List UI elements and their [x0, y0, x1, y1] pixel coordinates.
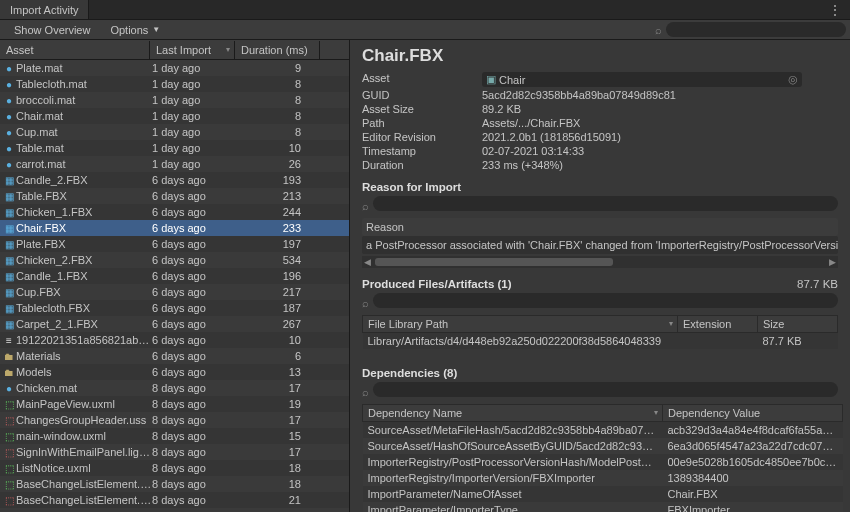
mat-icon: ●	[2, 159, 16, 170]
mat-icon: ●	[2, 63, 16, 74]
table-row[interactable]: 🖿Models6 days ago13	[0, 364, 349, 380]
col-size[interactable]: Size	[758, 316, 838, 333]
table-row[interactable]: ⬚HistoryTabPageView.uxml8 days ago18	[0, 508, 349, 512]
table-row[interactable]: ⬚ListNotice.uxml8 days ago18	[0, 460, 349, 476]
duration: 21	[237, 494, 307, 506]
table-row[interactable]: ▦Table.FBX6 days ago213	[0, 188, 349, 204]
last-import: 6 days ago	[152, 270, 237, 282]
chevron-down-icon: ▼	[152, 25, 160, 34]
table-row[interactable]: ●Chicken.mat8 days ago17	[0, 380, 349, 396]
options-dropdown[interactable]: Options ▼	[100, 22, 170, 38]
table-row[interactable]: 🖿Materials6 days ago6	[0, 348, 349, 364]
last-import: 1 day ago	[152, 94, 237, 106]
table-row[interactable]: ▦Chicken_2.FBX6 days ago534	[0, 252, 349, 268]
mesh-icon: ▦	[2, 175, 16, 186]
horizontal-scrollbar[interactable]: ◀▶	[362, 256, 838, 268]
asset-name: Plate.FBX	[16, 238, 152, 250]
table-row[interactable]: ●Chair.mat1 day ago8	[0, 108, 349, 124]
asset-list-panel: Asset Last Import▾ Duration (ms) ●Plate.…	[0, 40, 350, 512]
table-row[interactable]: ▦Candle_2.FBX6 days ago193	[0, 172, 349, 188]
show-overview-button[interactable]: Show Overview	[4, 22, 100, 38]
table-row[interactable]: ●Cup.mat1 day ago8	[0, 124, 349, 140]
asset-name: Chicken_2.FBX	[16, 254, 152, 266]
file-ext	[678, 333, 758, 350]
reason-search-input[interactable]	[373, 196, 838, 211]
table-row[interactable]: ≡19122021351a856821ab0fec586 days ago10	[0, 332, 349, 348]
table-row[interactable]: ImporterRegistry/ImporterVersion/FBXImpo…	[363, 470, 843, 486]
table-row[interactable]: ImportParameter/ImporterTypeFBXImporter	[363, 502, 843, 512]
table-row[interactable]: ▦Carpet_2_1.FBX6 days ago267	[0, 316, 349, 332]
table-row[interactable]: ⬚MainPageView.uxml8 days ago19	[0, 396, 349, 412]
col-duration[interactable]: Duration (ms)	[235, 41, 320, 59]
table-row[interactable]: SourceAsset/MetaFileHash/5acd2d82c9358bb…	[363, 422, 843, 439]
table-row[interactable]: ●Table.mat1 day ago10	[0, 140, 349, 156]
asset-name: MainPageView.uxml	[16, 398, 152, 410]
scrollbar-thumb[interactable]	[375, 258, 613, 266]
table-row[interactable]: ●carrot.mat1 day ago26	[0, 156, 349, 172]
col-last-import[interactable]: Last Import▾	[150, 41, 235, 59]
editor-revision-label: Editor Revision	[362, 131, 482, 143]
mesh-icon: ▦	[2, 319, 16, 330]
mat-icon: ●	[2, 79, 16, 90]
table-row[interactable]: ⬚SignInWithEmailPanel.light.uss8 days ag…	[0, 444, 349, 460]
duration-label: Duration	[362, 159, 482, 171]
duration: 197	[237, 238, 307, 250]
mesh-icon: ▦	[2, 239, 16, 250]
kebab-menu-icon[interactable]: ⋮	[820, 2, 850, 18]
sort-indicator-icon: ▾	[669, 319, 673, 328]
table-row[interactable]: ⬚main-window.uxml8 days ago15	[0, 428, 349, 444]
table-row[interactable]: ▦Tablecloth.FBX6 days ago187	[0, 300, 349, 316]
col-dep-name[interactable]: Dependency Name▾	[363, 405, 663, 422]
uss-icon: ⬚	[2, 447, 16, 458]
table-row[interactable]: ▦Candle_1.FBX6 days ago196	[0, 268, 349, 284]
sort-indicator-icon: ▾	[654, 408, 658, 417]
search-icon: ⌕	[362, 386, 369, 398]
dependencies-search-input[interactable]	[373, 382, 838, 397]
asset-name: Candle_1.FBX	[16, 270, 152, 282]
table-row[interactable]: Library/Artifacts/d4/d448eb92a250d022200…	[363, 333, 838, 350]
last-import: 8 days ago	[152, 446, 237, 458]
col-file-path[interactable]: File Library Path▾	[363, 316, 678, 333]
dep-value: 1389384400	[663, 470, 843, 486]
asset-object-field[interactable]: ▣ Chair◎	[482, 72, 802, 87]
table-row[interactable]: ▦Cup.FBX6 days ago217	[0, 284, 349, 300]
scroll-right-icon[interactable]: ▶	[827, 257, 838, 267]
toolbar-search-input[interactable]	[666, 22, 846, 37]
col-asset[interactable]: Asset	[0, 41, 150, 59]
table-row[interactable]: ●Plate.mat1 day ago9	[0, 60, 349, 76]
file-path: Library/Artifacts/d4/d448eb92a250d022200…	[363, 333, 678, 350]
table-row[interactable]: ●Tablecloth.mat1 day ago8	[0, 76, 349, 92]
col-extension[interactable]: Extension	[678, 316, 758, 333]
duration: 217	[237, 286, 307, 298]
asset-name: Cup.FBX	[16, 286, 152, 298]
table-row[interactable]: ⬚ChangesGroupHeader.uss8 days ago17	[0, 412, 349, 428]
object-picker-icon[interactable]: ◎	[788, 73, 798, 86]
table-row[interactable]: ▦Plate.FBX6 days ago197	[0, 236, 349, 252]
table-row[interactable]: SourceAsset/HashOfSourceAssetByGUID/5acd…	[363, 438, 843, 454]
last-import: 8 days ago	[152, 382, 237, 394]
mesh-icon: ▦	[2, 271, 16, 282]
scroll-left-icon[interactable]: ◀	[362, 257, 373, 267]
reason-column-header[interactable]: Reason	[362, 218, 838, 236]
window-tab[interactable]: Import Activity	[0, 0, 89, 19]
mesh-icon: ▦	[2, 207, 16, 218]
asset-name: Tablecloth.FBX	[16, 302, 152, 314]
table-row[interactable]: ImporterRegistry/PostProcessorVersionHas…	[363, 454, 843, 470]
col-dep-value[interactable]: Dependency Value	[663, 405, 843, 422]
table-row[interactable]: ImportParameter/NameOfAssetChair.FBX	[363, 486, 843, 502]
asset-rows[interactable]: ●Plate.mat1 day ago9●Tablecloth.mat1 day…	[0, 60, 349, 512]
table-row[interactable]: ⬚BaseChangeListElement.uss8 days ago21	[0, 492, 349, 508]
timestamp-label: Timestamp	[362, 145, 482, 157]
table-row[interactable]: ▦Chair.FBX6 days ago233	[0, 220, 349, 236]
table-row[interactable]: ●broccoli.mat1 day ago8	[0, 92, 349, 108]
duration: 8	[237, 94, 307, 106]
options-label: Options	[110, 24, 148, 36]
asset-name: 19122021351a856821ab0fec58	[16, 334, 152, 346]
table-row[interactable]: ▦Chicken_1.FBX6 days ago244	[0, 204, 349, 220]
table-row[interactable]: ⬚BaseChangeListElement.uxml8 days ago18	[0, 476, 349, 492]
last-import: 8 days ago	[152, 430, 237, 442]
duration: 10	[237, 142, 307, 154]
last-import: 1 day ago	[152, 142, 237, 154]
folder-icon: 🖿	[2, 367, 16, 378]
produced-search-input[interactable]	[373, 293, 838, 308]
